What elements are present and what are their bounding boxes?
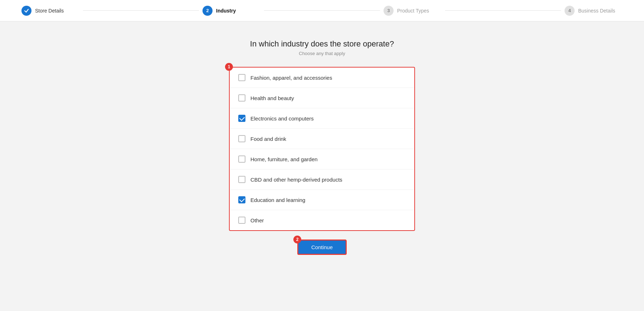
step-4-label: Business Details xyxy=(578,8,615,14)
checklist-item-education[interactable]: Education and learning xyxy=(230,190,414,210)
checklist-item-health[interactable]: Health and beauty xyxy=(230,88,414,108)
step-1-circle xyxy=(21,6,31,16)
industry-checklist: Fashion, apparel, and accessories Health… xyxy=(229,67,415,231)
step-industry: 2 Industry xyxy=(203,6,260,16)
step-business-details: 4 Business Details xyxy=(565,6,623,16)
label-education: Education and learning xyxy=(250,197,305,203)
step-product-types: 3 Product Types xyxy=(384,6,441,16)
checkbox-education[interactable] xyxy=(238,196,245,203)
step-1-label: Store Details xyxy=(35,8,64,14)
label-cbd: CBD and other hemp-derived products xyxy=(250,177,342,183)
checkbox-food[interactable] xyxy=(238,135,245,142)
checklist-item-home[interactable]: Home, furniture, and garden xyxy=(230,149,414,169)
main-content: In which industry does the store operate… xyxy=(0,21,644,269)
step-divider-1 xyxy=(83,10,199,11)
page-subtitle: Choose any that apply xyxy=(299,51,345,56)
annotation-badge-1: 1 xyxy=(225,63,233,71)
checkbox-health[interactable] xyxy=(238,94,245,102)
checklist-item-cbd[interactable]: CBD and other hemp-derived products xyxy=(230,169,414,190)
step-divider-3 xyxy=(445,10,561,11)
step-3-circle: 3 xyxy=(384,6,394,16)
label-health: Health and beauty xyxy=(250,95,294,101)
step-divider-2 xyxy=(264,10,380,11)
annotation-badge-2: 2 xyxy=(293,236,301,243)
checklist-item-other[interactable]: Other xyxy=(230,210,414,230)
checklist-item-fashion[interactable]: Fashion, apparel, and accessories xyxy=(230,68,414,88)
page-title: In which industry does the store operate… xyxy=(250,39,394,49)
continue-button[interactable]: Continue xyxy=(297,240,347,255)
label-fashion: Fashion, apparel, and accessories xyxy=(250,75,332,81)
continue-wrapper: 2 Continue xyxy=(297,240,347,255)
label-food: Food and drink xyxy=(250,136,286,142)
checklist-item-electronics[interactable]: Electronics and computers xyxy=(230,108,414,129)
stepper: Store Details 2 Industry 3 Product Types… xyxy=(0,0,644,21)
checkbox-home[interactable] xyxy=(238,156,245,163)
label-electronics: Electronics and computers xyxy=(250,115,314,122)
checkbox-other[interactable] xyxy=(238,217,245,224)
checkbox-electronics[interactable] xyxy=(238,115,245,122)
checklist-item-food[interactable]: Food and drink xyxy=(230,129,414,149)
label-home: Home, furniture, and garden xyxy=(250,156,318,162)
step-2-label: Industry xyxy=(216,8,236,14)
checklist-wrapper: 1 Fashion, apparel, and accessories Heal… xyxy=(229,67,415,231)
step-3-label: Product Types xyxy=(397,8,429,14)
checkbox-cbd[interactable] xyxy=(238,176,245,183)
label-other: Other xyxy=(250,217,264,223)
step-2-circle: 2 xyxy=(203,6,213,16)
checkbox-fashion[interactable] xyxy=(238,74,245,81)
step-store-details: Store Details xyxy=(21,6,79,16)
step-4-circle: 4 xyxy=(565,6,575,16)
